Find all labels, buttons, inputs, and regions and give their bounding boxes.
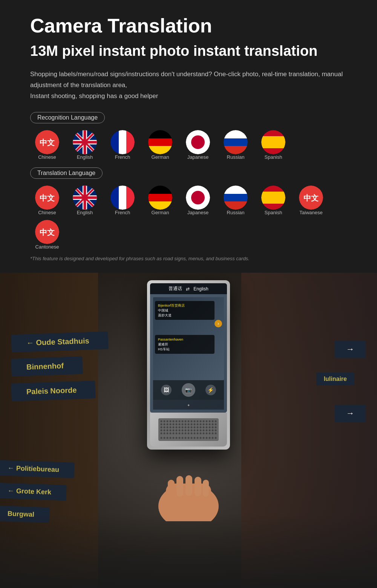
svg-rect-20 [148, 146, 172, 154]
sign-right-2: → [335, 405, 366, 422]
svg-point-83 [203, 421, 205, 422]
svg-point-73 [173, 421, 175, 422]
flag-french-recognition [110, 130, 135, 154]
svg-point-133 [182, 430, 184, 431]
nav-arrow: › [215, 320, 222, 327]
svg-point-75 [179, 421, 181, 422]
svg-point-152 [182, 433, 184, 434]
svg-point-140 [203, 430, 205, 431]
sign-3: Paleis Noorde [11, 381, 96, 402]
flash-button[interactable]: ⚡ [205, 385, 216, 395]
svg-point-139 [200, 430, 202, 431]
flag-chinese-translation: 中文 [35, 186, 59, 210]
sign-4: ← Politiebureau [0, 460, 75, 478]
gallery-button[interactable]: 🖼 [161, 385, 172, 395]
svg-point-85 [209, 421, 211, 422]
screen-header: 普通话 ⇄ English [150, 283, 227, 294]
svg-rect-48 [126, 186, 135, 210]
svg-point-150 [176, 433, 178, 434]
svg-rect-18 [148, 130, 172, 138]
svg-point-125 [215, 427, 217, 428]
svg-point-161 [209, 433, 211, 434]
lang-label-russian-recognition: Russian [227, 154, 245, 160]
svg-point-77 [185, 421, 187, 422]
svg-point-172 [185, 437, 187, 439]
svg-point-104 [209, 424, 211, 425]
svg-point-164 [161, 437, 162, 439]
page-container: Camera Translation 13M pixel instant pho… [0, 0, 377, 588]
svg-point-136 [191, 430, 193, 431]
svg-point-99 [194, 424, 196, 425]
translation-text-2-line2: 避难所 [158, 342, 211, 347]
lang-item-french-recognition: French [106, 130, 139, 160]
lang-item-japanese-recognition: Japanese [181, 130, 215, 160]
translation-overlay-2: Passantenhaven 避难所 HS车站 [155, 335, 215, 354]
svg-rect-62 [261, 192, 285, 204]
svg-point-100 [197, 424, 199, 425]
svg-rect-30 [261, 136, 285, 148]
lang-item-spanish-translation: Spanish [256, 186, 290, 215]
svg-rect-185 [168, 480, 175, 499]
svg-point-114 [182, 427, 184, 428]
svg-point-141 [206, 430, 208, 431]
lang-label-french-translation: French [115, 210, 130, 215]
svg-point-176 [197, 437, 199, 439]
svg-point-71 [167, 421, 169, 422]
device-in-hand: 普通话 ⇄ English [139, 280, 238, 521]
svg-point-78 [188, 421, 190, 422]
svg-rect-27 [224, 146, 248, 154]
svg-rect-31 [261, 148, 285, 154]
flag-german-translation [148, 186, 172, 210]
svg-point-55 [191, 191, 205, 204]
svg-point-171 [182, 437, 184, 439]
svg-rect-26 [224, 138, 248, 146]
svg-point-112 [176, 427, 178, 428]
svg-point-156 [194, 433, 196, 434]
translation-badge: Translation Language [30, 167, 103, 179]
lang-item-french-translation: French [106, 186, 139, 215]
bottom-overlay [0, 514, 377, 588]
translator-device: 普通话 ⇄ English [147, 280, 230, 450]
sign-right-1: → [335, 341, 366, 358]
svg-point-145 [161, 433, 162, 434]
top-section: Camera Translation 13M pixel instant pho… [0, 0, 377, 273]
svg-point-81 [197, 421, 199, 422]
lang-label-english-translation: English [77, 210, 93, 215]
recognition-badge: Recognition Language [30, 112, 105, 123]
lang-label-russian-translation: Russian [227, 210, 245, 215]
svg-point-138 [197, 430, 199, 431]
lang-label-spanish-translation: Spanish [265, 210, 282, 215]
svg-point-117 [191, 427, 193, 428]
lang-label-spanish-recognition: Spanish [265, 154, 282, 160]
svg-point-126 [161, 430, 162, 431]
lang-item-german-recognition: German [143, 130, 177, 160]
device-body [150, 413, 227, 447]
svg-point-102 [203, 424, 205, 425]
svg-point-142 [209, 430, 211, 431]
svg-text:中文: 中文 [303, 194, 319, 202]
lang-item-chinese-translation: 中文 Chinese [30, 186, 64, 215]
lang-label-german-translation: German [152, 210, 169, 215]
disclaimer-text: *This feature is designed and developed … [30, 256, 347, 261]
camera-button[interactable]: 📷 [182, 383, 195, 397]
svg-point-113 [179, 427, 181, 428]
lang-item-taiwanese-translation: 中文 Taiwanese [294, 186, 328, 215]
device-screen: 普通话 ⇄ English [150, 283, 227, 413]
svg-rect-59 [224, 201, 248, 210]
svg-point-135 [188, 430, 190, 431]
svg-rect-46 [110, 186, 119, 210]
svg-point-168 [173, 437, 175, 439]
svg-point-103 [206, 424, 208, 425]
svg-rect-187 [185, 475, 192, 496]
svg-point-108 [164, 427, 166, 428]
svg-point-80 [194, 421, 196, 422]
screen-content: Bijenkorf百货商店 中国城 蒸炒大道 › Passantenhaven … [150, 294, 227, 413]
svg-point-180 [209, 437, 211, 439]
svg-point-84 [206, 421, 208, 422]
svg-point-158 [200, 433, 202, 434]
svg-rect-16 [126, 130, 135, 154]
lang-item-japanese-translation: Japanese [181, 186, 215, 215]
svg-point-181 [212, 437, 214, 439]
svg-point-88 [161, 424, 162, 425]
translation-language-grid: 中文 Chinese [30, 186, 347, 250]
